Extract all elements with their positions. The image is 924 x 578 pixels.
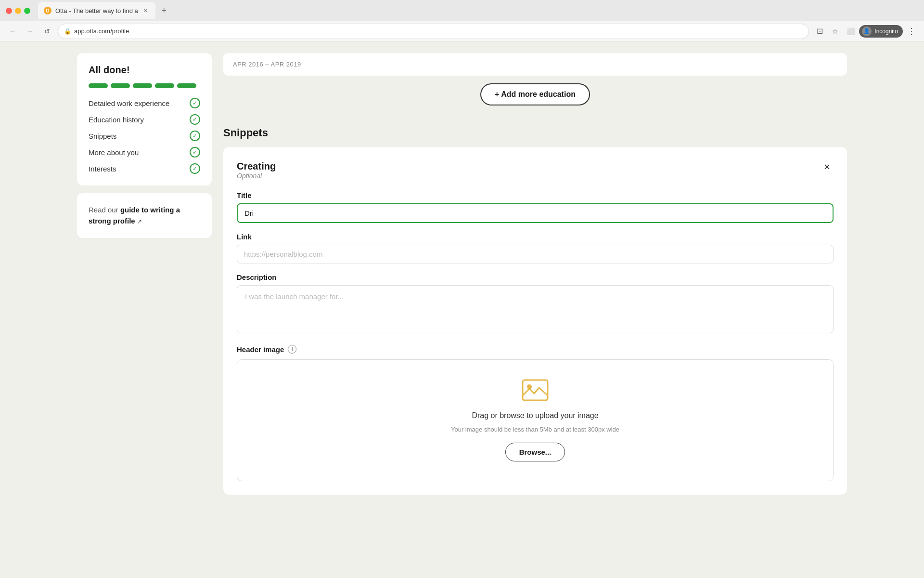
main-content: APR 2016 – APR 2019 + Add more education… bbox=[223, 53, 847, 566]
snippet-card: Creating Optional ✕ Title Link bbox=[223, 147, 847, 495]
add-education-button[interactable]: + Add more education bbox=[480, 83, 590, 105]
progress-bars bbox=[89, 83, 200, 88]
check-icon-work: ✓ bbox=[190, 98, 200, 108]
close-snippet-button[interactable]: ✕ bbox=[820, 160, 834, 174]
snippet-optional: Optional bbox=[237, 172, 276, 180]
address-bar[interactable]: 🔒 app.otta.com/profile bbox=[58, 24, 809, 39]
description-textarea[interactable] bbox=[237, 285, 834, 333]
checklist: Detailed work experience ✓ Education his… bbox=[89, 98, 200, 174]
check-icon-interests: ✓ bbox=[190, 163, 200, 174]
sidebar: All done! Detailed work experience ✓ Edu… bbox=[77, 53, 212, 566]
list-item: Interests ✓ bbox=[89, 163, 200, 174]
list-item: Snippets ✓ bbox=[89, 131, 200, 141]
description-label: Description bbox=[237, 273, 834, 281]
incognito-label: Incognito bbox=[874, 28, 898, 35]
header-image-label-text: Header image bbox=[237, 345, 284, 354]
more-options-button[interactable]: ⋮ bbox=[905, 25, 918, 38]
checklist-label-education: Education history bbox=[89, 116, 144, 124]
nav-actions: ⊡ ☆ ⬜ 👤 Incognito ⋮ bbox=[813, 25, 918, 38]
header-image-section: Header image i Drag or browse to bbox=[237, 345, 834, 481]
add-education-wrapper: + Add more education bbox=[223, 83, 847, 117]
svg-rect-0 bbox=[523, 380, 548, 400]
snippet-header: Creating Optional ✕ bbox=[237, 160, 834, 180]
progress-bar-4 bbox=[155, 83, 174, 88]
progress-bar-1 bbox=[89, 83, 108, 88]
check-icon-education: ✓ bbox=[190, 114, 200, 125]
forward-button[interactable]: → bbox=[23, 25, 37, 38]
info-icon[interactable]: i bbox=[288, 345, 296, 354]
snippets-title: Snippets bbox=[223, 127, 847, 139]
image-placeholder-icon bbox=[522, 379, 549, 406]
all-done-title: All done! bbox=[89, 65, 200, 76]
header-image-label-wrapper: Header image i bbox=[237, 345, 834, 354]
maximize-traffic-light[interactable] bbox=[24, 8, 30, 14]
tab-title: Otta - The better way to find a bbox=[55, 7, 138, 14]
checklist-label-snippets: Snippets bbox=[89, 132, 116, 140]
new-tab-button[interactable]: + bbox=[157, 4, 171, 17]
checklist-label-work: Detailed work experience bbox=[89, 99, 169, 107]
traffic-lights bbox=[6, 8, 30, 14]
upload-title: Drag or browse to upload your image bbox=[472, 411, 598, 420]
bookmark-icon[interactable]: ☆ bbox=[828, 25, 842, 38]
link-form-group: Link bbox=[237, 233, 834, 263]
tab-favicon: O bbox=[44, 7, 51, 14]
check-icon-snippets: ✓ bbox=[190, 131, 200, 141]
guide-card: Read our guide to writing a strong profi… bbox=[77, 193, 212, 238]
list-item: Detailed work experience ✓ bbox=[89, 98, 200, 108]
navigation-bar: ← → ↺ 🔒 app.otta.com/profile ⊡ ☆ ⬜ 👤 Inc… bbox=[0, 21, 924, 41]
reload-button[interactable]: ↺ bbox=[40, 25, 54, 38]
tab-view-icon[interactable]: ⬜ bbox=[844, 25, 857, 38]
snippets-section: Snippets Creating Optional ✕ Title bbox=[223, 127, 847, 566]
snippet-type: Creating bbox=[237, 160, 276, 172]
link-input[interactable] bbox=[237, 245, 834, 263]
tab-close-button[interactable]: ✕ bbox=[142, 7, 150, 14]
browser-chrome: O Otta - The better way to find a ✕ + ← … bbox=[0, 0, 924, 41]
incognito-badge[interactable]: 👤 Incognito bbox=[859, 25, 903, 38]
progress-bar-2 bbox=[111, 83, 130, 88]
snippet-type-wrapper: Creating Optional bbox=[237, 160, 276, 180]
title-label: Title bbox=[237, 191, 834, 199]
minimize-traffic-light[interactable] bbox=[15, 8, 21, 14]
progress-bar-5 bbox=[177, 83, 196, 88]
external-link-icon: ↗ bbox=[137, 217, 142, 226]
title-input[interactable] bbox=[237, 203, 834, 223]
titlebar: O Otta - The better way to find a ✕ + bbox=[0, 0, 924, 21]
upload-subtitle: Your image should be less than 5Mb and a… bbox=[451, 426, 619, 433]
browse-button[interactable]: Browse... bbox=[505, 443, 565, 461]
progress-bar-3 bbox=[133, 83, 152, 88]
guide-text: Read our bbox=[89, 206, 120, 214]
address-text: app.otta.com/profile bbox=[74, 27, 803, 35]
checklist-label-interests: Interests bbox=[89, 165, 116, 173]
lock-icon: 🔒 bbox=[64, 28, 71, 35]
list-item: Education history ✓ bbox=[89, 114, 200, 125]
all-done-card: All done! Detailed work experience ✓ Edu… bbox=[77, 53, 212, 185]
incognito-avatar: 👤 bbox=[862, 26, 872, 36]
title-form-group: Title bbox=[237, 191, 834, 223]
active-tab[interactable]: O Otta - The better way to find a ✕ bbox=[38, 2, 155, 19]
checklist-label-more: More about you bbox=[89, 148, 139, 157]
close-traffic-light[interactable] bbox=[6, 8, 12, 14]
cast-icon[interactable]: ⊡ bbox=[813, 25, 826, 38]
image-upload-area[interactable]: Drag or browse to upload your image Your… bbox=[237, 359, 834, 481]
page-content: All done! Detailed work experience ✓ Edu… bbox=[0, 41, 924, 578]
link-label: Link bbox=[237, 233, 834, 241]
description-form-group: Description bbox=[237, 273, 834, 335]
list-item: More about you ✓ bbox=[89, 147, 200, 158]
date-range-bar: APR 2016 – APR 2019 bbox=[223, 53, 847, 76]
back-button[interactable]: ← bbox=[6, 25, 19, 38]
check-icon-more: ✓ bbox=[190, 147, 200, 158]
tab-bar: O Otta - The better way to find a ✕ + bbox=[38, 2, 918, 19]
